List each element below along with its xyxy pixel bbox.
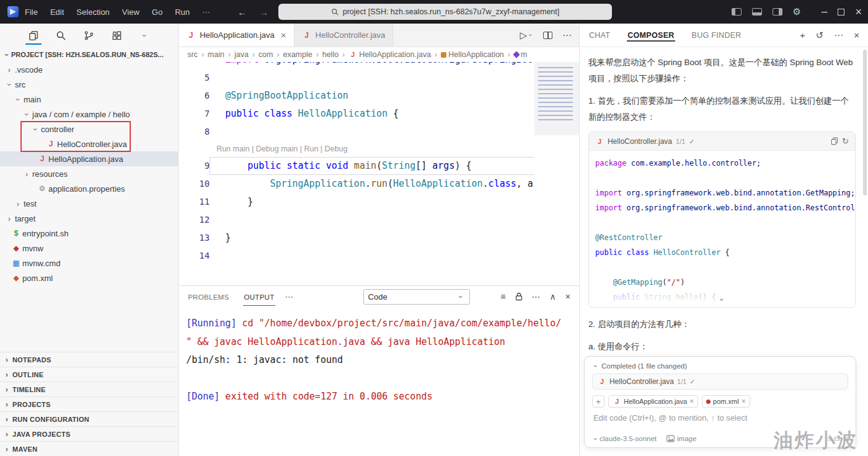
breadcrumb-item-helloapplication.java[interactable]: JHelloApplication.java	[348, 50, 431, 59]
back-icon[interactable]: ←	[237, 7, 247, 17]
command-center-search[interactable]: project [SSH: hzh.sealos.run_ns-682s7u7w…	[278, 4, 612, 20]
tree-item-mvnw.cmd[interactable]: ▦mvnw.cmd	[0, 256, 178, 270]
gear-icon[interactable]: ⚙	[793, 6, 801, 17]
add-context-chip[interactable]: +	[592, 395, 604, 408]
ai-tab-bug-finder[interactable]: BUG FINDER	[691, 25, 742, 46]
chevron-down-icon[interactable]: ›	[135, 26, 154, 45]
code-editor[interactable]: import org.springframework.boot.autoconf…	[179, 62, 579, 285]
source-control-icon[interactable]	[79, 26, 99, 45]
menu-go[interactable]: Go	[152, 7, 162, 17]
forward-icon[interactable]: →	[259, 7, 268, 17]
expand-code-icon[interactable]: ›	[714, 295, 729, 304]
breadcrumb-item-example[interactable]: example	[283, 50, 312, 59]
close-window-button[interactable]: ×	[855, 6, 862, 19]
panel-tab-problems[interactable]: PROBLEMS	[187, 288, 229, 306]
sidebar-section-timeline[interactable]: ›TIMELINE	[0, 382, 178, 396]
panel-close-icon[interactable]: ×	[565, 292, 570, 302]
tree-item-.vscode[interactable]: ›.vscode	[0, 62, 178, 77]
breadcrumb-item-hello[interactable]: hello	[322, 50, 339, 59]
sidebar-section-maven[interactable]: ›MAVEN	[0, 441, 178, 456]
split-editor-icon[interactable]	[543, 32, 552, 39]
ai-tab-chat[interactable]: CHAT	[588, 25, 611, 46]
menu-view[interactable]: View	[122, 7, 140, 17]
tree-item-main[interactable]: ›main	[0, 92, 178, 107]
close-icon[interactable]: ×	[689, 397, 694, 406]
lock-icon[interactable]	[515, 292, 523, 301]
tree-item-java-com-example-hello[interactable]: ›java / com / example / hello	[0, 107, 178, 122]
tree-item-mvnw[interactable]: ◆mvnw	[0, 241, 178, 256]
run-button[interactable]: ▷ ›	[520, 30, 533, 41]
codelens-debug-main[interactable]: Debug main	[256, 145, 298, 153]
sidebar-section-projects[interactable]: ›PROJECTS	[0, 396, 178, 411]
panel-kebab-icon[interactable]: ⋯	[532, 292, 541, 302]
scrollbar[interactable]	[863, 50, 867, 195]
output-channel-select[interactable]: Code ›	[363, 289, 470, 305]
sidebar-section-outline[interactable]: ›OUTLINE	[0, 367, 178, 382]
tree-item-target[interactable]: ›target	[0, 211, 178, 226]
breadcrumb-item-main[interactable]: main	[208, 50, 224, 59]
chat-code-line: @RestController	[595, 230, 855, 245]
toggle-secondary-sidebar-icon[interactable]	[773, 8, 782, 16]
close-tab-icon[interactable]: ×	[281, 30, 286, 40]
panel-more-icon[interactable]: ⋯	[285, 292, 294, 302]
menu-more-icon[interactable]: ⋯	[202, 7, 210, 17]
history-icon[interactable]: ↺	[816, 30, 824, 41]
panel-tab-output[interactable]: OUTPUT	[243, 288, 275, 306]
maximize-button[interactable]	[838, 9, 844, 16]
close-panel-icon[interactable]: ×	[854, 30, 859, 40]
tree-item-application.properties[interactable]: ⚙application.properties	[0, 181, 178, 196]
close-icon[interactable]: ×	[742, 397, 746, 406]
copy-icon[interactable]	[831, 137, 838, 145]
model-selector[interactable]: › claude-3.5-sonnet	[592, 435, 657, 442]
sidebar-section-java-projects[interactable]: ›JAVA PROJECTS	[0, 426, 178, 441]
attach-image-button[interactable]: image	[666, 435, 696, 442]
tree-item-resources[interactable]: ›resources	[0, 166, 178, 181]
tree-item-src[interactable]: ›src	[0, 77, 178, 92]
toggle-panel-icon[interactable]	[752, 8, 762, 16]
new-chat-icon[interactable]: +	[800, 30, 805, 40]
changed-file-row[interactable]: J HelloController.java 1/1 ✓	[592, 373, 848, 390]
completed-summary[interactable]: › Completed (1 file changed)	[592, 362, 848, 370]
breadcrumb-item-com[interactable]: com	[259, 50, 273, 59]
code-line-6: 6@SpringBootApplication	[179, 87, 579, 105]
codelens-debug[interactable]: Debug	[325, 145, 348, 153]
editor-tab-helloapplication.java[interactable]: JHelloApplication.java×	[179, 24, 294, 47]
breadcrumb-item-m[interactable]: m	[514, 50, 527, 59]
menu-edit[interactable]: Edit	[50, 7, 64, 17]
explorer-icon[interactable]	[24, 26, 43, 45]
output-content[interactable]: [Running] cd "/home/devbox/project/src/m…	[179, 307, 579, 406]
more-icon[interactable]: ⋯	[834, 30, 843, 41]
menu-file[interactable]: File	[25, 7, 38, 17]
tree-item-test[interactable]: ›test	[0, 196, 178, 211]
minimize-button[interactable]: –	[822, 6, 827, 18]
breadcrumb-item-java[interactable]: java	[234, 50, 249, 59]
breadcrumb-item-src[interactable]: src	[187, 50, 198, 59]
output-list-icon[interactable]: ≡	[500, 292, 505, 302]
menu-run[interactable]: Run	[175, 7, 190, 17]
tree-item-controller[interactable]: ›controller	[0, 122, 178, 136]
sidebar-section-notepads[interactable]: ›NOTEPADS	[0, 352, 178, 367]
menu-selection[interactable]: Selection	[76, 7, 109, 17]
tree-item-hellocontroller.java[interactable]: JHelloController.java	[0, 136, 178, 151]
code-token	[225, 178, 270, 189]
minimap[interactable]	[534, 62, 579, 285]
reapply-icon[interactable]: ↻	[842, 133, 849, 150]
codelens-run[interactable]: Run	[304, 145, 318, 153]
context-chip-helloapplication.java[interactable]: JHelloApplication.java×	[608, 395, 698, 408]
search-icon[interactable]	[51, 26, 71, 45]
explorer-project-header[interactable]: › PROJECT [SSH: HZH.SEALOS.RUN_NS-682S..…	[0, 47, 178, 62]
panel-maximize-icon[interactable]: ∧	[550, 292, 556, 302]
codelens-run-main[interactable]: Run main	[216, 145, 250, 153]
composer-input[interactable]: Edit code (Ctrl+I), @ to mention, ↑ to s…	[593, 413, 847, 422]
breadcrumb-item-helloapplication[interactable]: HelloApplication	[441, 50, 504, 59]
more-actions-icon[interactable]: ⋯	[562, 30, 572, 41]
editor-tab-hellocontroller.java[interactable]: JHelloController.java	[294, 24, 394, 47]
extensions-icon[interactable]	[107, 26, 126, 45]
context-chip-pom.xml[interactable]: pom.xml×	[702, 395, 750, 408]
tree-item-entrypoint.sh[interactable]: $entrypoint.sh	[0, 226, 178, 241]
ai-tab-composer[interactable]: COMPOSER	[627, 25, 675, 46]
tree-item-helloapplication.java[interactable]: JHelloApplication.java	[0, 151, 178, 166]
sidebar-section-run-configuration[interactable]: ›RUN CONFIGURATION	[0, 411, 178, 426]
tree-item-pom.xml[interactable]: ◆pom.xml	[0, 270, 178, 285]
toggle-sidebar-icon[interactable]	[732, 8, 742, 16]
